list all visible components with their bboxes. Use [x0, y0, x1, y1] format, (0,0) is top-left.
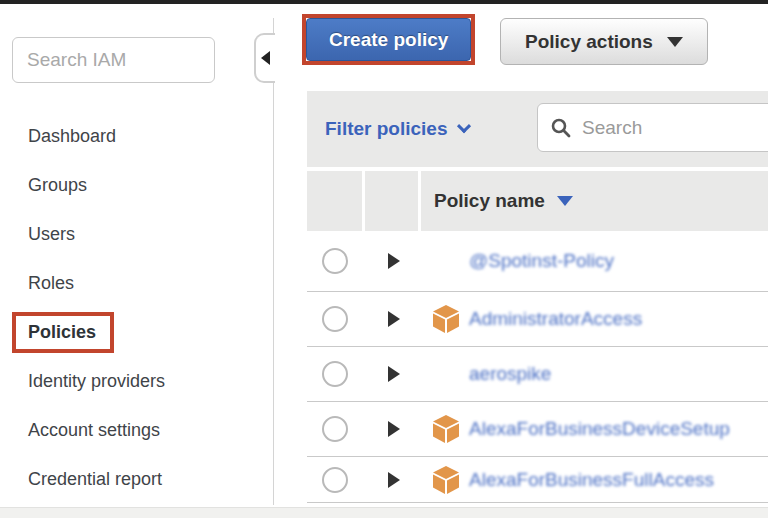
policy-table-body: @Spotinst-Policy AdministratorAccess aer… [307, 231, 768, 503]
sidebar-item-dashboard[interactable]: Dashboard [0, 112, 273, 161]
sidebar-item-users[interactable]: Users [0, 210, 273, 259]
expand-right-icon[interactable] [388, 366, 400, 382]
row-radio-button[interactable] [322, 248, 348, 274]
sidebar-item-groups[interactable]: Groups [0, 161, 273, 210]
chevron-down-icon [457, 119, 471, 133]
filter-bar: Filter policies [307, 91, 768, 167]
annotation-highlight-policies: Policies [12, 312, 114, 353]
create-policy-button[interactable]: Create policy [306, 18, 471, 61]
policy-name-link[interactable]: AlexaForBusinessFullAccess [469, 469, 714, 491]
expand-right-icon[interactable] [388, 472, 400, 488]
table-row: AlexaForBusinessDeviceSetup [307, 402, 768, 457]
expand-right-icon[interactable] [388, 311, 400, 327]
expand-right-icon[interactable] [388, 421, 400, 437]
header-select-column [307, 171, 362, 231]
filter-policies-label: Filter policies [325, 118, 447, 140]
table-header-row: Policy name [307, 171, 768, 231]
aws-cube-icon [433, 305, 459, 333]
aws-cube-icon [433, 466, 459, 494]
annotation-highlight-create-policy: Create policy [302, 14, 475, 65]
sidebar-item-credential-report[interactable]: Credential report [0, 455, 273, 504]
policies-table-panel: Filter policies Policy name @Spotinst-Po… [307, 91, 768, 503]
sidebar-item-roles[interactable]: Roles [0, 259, 273, 308]
policy-name-link[interactable]: aerospike [469, 363, 551, 385]
row-radio-button[interactable] [322, 361, 348, 387]
aws-cube-icon [433, 415, 459, 443]
iam-sidebar: Dashboard Groups Users Roles Policies Id… [0, 4, 273, 518]
magnifier-icon [550, 117, 572, 139]
sidebar-item-identity-providers[interactable]: Identity providers [0, 357, 273, 406]
header-expand-column [365, 171, 418, 231]
policy-name-link[interactable]: @Spotinst-Policy [469, 250, 614, 272]
sidebar-collapse-button[interactable] [254, 33, 275, 83]
filter-policies-dropdown[interactable]: Filter policies [325, 91, 469, 167]
sidebar-nav: Dashboard Groups Users Roles Policies Id… [0, 112, 273, 504]
table-row: AlexaForBusinessFullAccess [307, 457, 768, 503]
sidebar-item-policies[interactable]: Policies [0, 308, 273, 357]
sidebar-item-account-settings[interactable]: Account settings [0, 406, 273, 455]
policy-name-link[interactable]: AlexaForBusinessDeviceSetup [469, 418, 730, 440]
table-row: @Spotinst-Policy [307, 231, 768, 292]
policy-name-header-label: Policy name [434, 190, 545, 212]
row-radio-button[interactable] [322, 467, 348, 493]
table-row: aerospike [307, 347, 768, 402]
sidebar-divider [273, 18, 274, 505]
bottom-window-edge [0, 507, 768, 518]
row-radio-button[interactable] [322, 306, 348, 332]
column-header-policy-name[interactable]: Policy name [421, 171, 768, 231]
policy-search-box[interactable] [537, 103, 768, 152]
table-row: AdministratorAccess [307, 292, 768, 347]
expand-right-icon[interactable] [388, 253, 400, 269]
iam-search-input[interactable] [12, 37, 215, 83]
sort-down-icon [557, 196, 573, 206]
policy-search-input[interactable] [582, 117, 768, 139]
policy-actions-label: Policy actions [525, 31, 653, 53]
caret-down-icon [667, 37, 683, 47]
policy-name-link[interactable]: AdministratorAccess [469, 308, 642, 330]
row-radio-button[interactable] [322, 416, 348, 442]
policy-actions-button[interactable]: Policy actions [500, 18, 708, 65]
collapse-left-icon [261, 51, 270, 65]
